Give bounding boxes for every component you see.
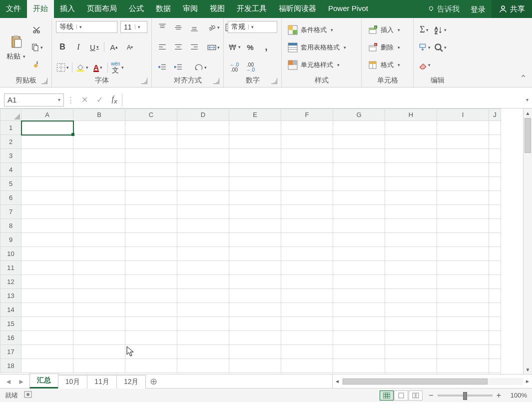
cell[interactable] [21, 261, 73, 275]
cell[interactable] [73, 289, 125, 303]
font-dialog-launcher[interactable] [141, 78, 147, 84]
cell[interactable] [177, 177, 229, 191]
cell[interactable] [437, 163, 489, 177]
cell[interactable] [229, 219, 281, 233]
cell[interactable] [177, 247, 229, 261]
cell[interactable] [385, 359, 437, 373]
font-color-button[interactable]: A▾ [91, 61, 104, 74]
cell[interactable] [229, 233, 281, 247]
horizontal-scrollbar[interactable]: ◄ ► [332, 374, 532, 388]
row-header[interactable]: 2 [0, 135, 21, 149]
vertical-scrollbar[interactable]: ▲ ▼ [523, 108, 532, 374]
cell[interactable] [229, 275, 281, 289]
cell[interactable] [229, 121, 281, 135]
cell[interactable] [73, 303, 125, 317]
borders-button[interactable]: ▾ [56, 61, 69, 74]
sheet-tab[interactable]: 10月 [58, 375, 88, 388]
cell[interactable] [437, 331, 489, 345]
autosum-button[interactable]: Σ▾ [418, 24, 431, 36]
view-page-layout-button[interactable] [394, 390, 408, 400]
align-center-button[interactable] [172, 41, 185, 54]
cell[interactable] [333, 205, 385, 219]
row-header[interactable]: 7 [0, 205, 21, 219]
cell[interactable] [125, 163, 177, 177]
cell[interactable] [437, 149, 489, 163]
row-header[interactable]: 5 [0, 177, 21, 191]
cell[interactable] [177, 345, 229, 359]
cell[interactable] [73, 317, 125, 331]
cell[interactable] [437, 177, 489, 191]
sheet-tab[interactable]: 12月 [116, 375, 146, 388]
cell[interactable] [333, 317, 385, 331]
cell[interactable] [73, 275, 125, 289]
cell[interactable] [177, 233, 229, 247]
comma-style-button[interactable]: , [260, 40, 273, 54]
cell[interactable] [229, 247, 281, 261]
tab-view[interactable]: 视图 [204, 0, 231, 18]
row-header[interactable]: 12 [0, 275, 21, 289]
insert-function-button[interactable]: fx [107, 94, 122, 105]
number-dialog-launcher[interactable] [271, 78, 277, 84]
cell[interactable] [229, 191, 281, 205]
share-button[interactable]: 共享 [492, 0, 532, 18]
cell[interactable] [281, 135, 333, 149]
number-format-select[interactable]: 常规▾ [228, 21, 277, 33]
increase-font-button[interactable]: A▴ [107, 40, 120, 54]
cut-button[interactable] [30, 24, 43, 36]
cell[interactable] [437, 233, 489, 247]
cell[interactable] [177, 359, 229, 373]
percent-button[interactable]: % [244, 40, 257, 54]
align-top-button[interactable] [156, 21, 169, 34]
cell[interactable] [385, 121, 437, 135]
column-header[interactable]: I [437, 109, 489, 121]
cell[interactable] [333, 345, 385, 359]
align-left-button[interactable] [156, 41, 169, 54]
column-header[interactable]: B [73, 109, 125, 121]
cell[interactable] [21, 177, 73, 191]
alignment-dialog-launcher[interactable] [213, 78, 219, 84]
cell[interactable] [437, 205, 489, 219]
cell[interactable] [177, 163, 229, 177]
tab-formulas[interactable]: 公式 [123, 0, 150, 18]
column-header[interactable]: J [489, 109, 501, 121]
cell[interactable] [125, 345, 177, 359]
cell[interactable] [489, 135, 501, 149]
cell[interactable] [73, 121, 125, 135]
cell[interactable] [21, 317, 73, 331]
cell[interactable] [489, 359, 501, 373]
sheet-nav-prev[interactable]: ◄ [5, 378, 12, 386]
cell[interactable] [73, 233, 125, 247]
accounting-format-button[interactable]: ₩▾ [228, 40, 241, 54]
cell[interactable] [177, 261, 229, 275]
cell[interactable] [437, 191, 489, 205]
row-header[interactable]: 14 [0, 303, 21, 317]
row-header[interactable]: 13 [0, 289, 21, 303]
cell[interactable] [281, 345, 333, 359]
name-box[interactable]: A1▾ [4, 94, 64, 106]
zoom-in-button[interactable]: + [497, 391, 501, 400]
column-header[interactable]: E [229, 109, 281, 121]
cell[interactable] [125, 149, 177, 163]
formula-input[interactable] [122, 94, 522, 106]
view-normal-button[interactable] [380, 390, 394, 400]
cell[interactable] [125, 303, 177, 317]
tab-review[interactable]: 审阅 [177, 0, 204, 18]
cell[interactable] [333, 135, 385, 149]
cell[interactable] [125, 135, 177, 149]
row-header[interactable]: 10 [0, 247, 21, 261]
cell[interactable] [333, 163, 385, 177]
cell[interactable] [489, 331, 501, 345]
phonetic-guide-button[interactable]: wén文▾ [111, 61, 124, 74]
cell[interactable] [281, 191, 333, 205]
cell[interactable] [437, 289, 489, 303]
cell[interactable] [437, 275, 489, 289]
cell[interactable] [21, 275, 73, 289]
cell[interactable] [73, 345, 125, 359]
cell[interactable] [281, 331, 333, 345]
tab-page-layout[interactable]: 页面布局 [81, 0, 123, 18]
cell[interactable] [489, 345, 501, 359]
cell[interactable] [229, 261, 281, 275]
cell[interactable] [281, 219, 333, 233]
cell[interactable] [489, 163, 501, 177]
sheet-tab[interactable]: 汇总 [29, 374, 58, 388]
